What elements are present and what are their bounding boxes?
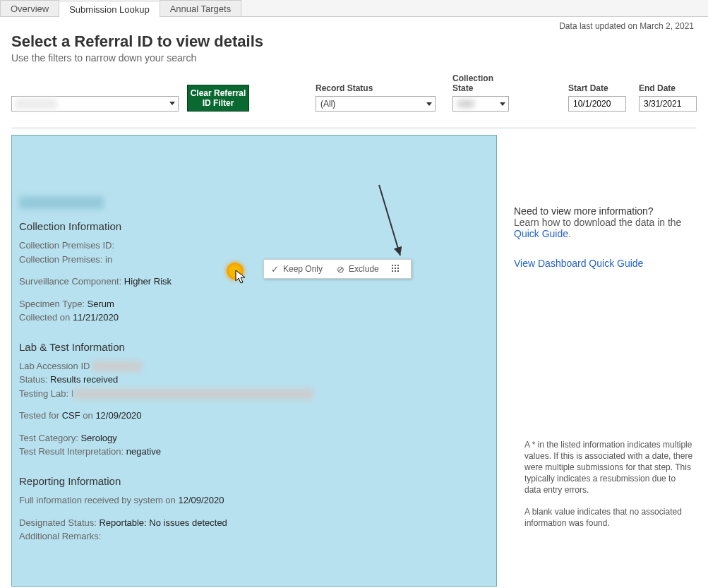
test-result-interpretation-value: negative [126,446,161,457]
referral-detail-card[interactable]: Collection Information Collection Premis… [11,135,497,587]
collection-premises-id-label: Collection Premises ID: [19,240,114,251]
footnote: A * in the listed information indicates … [524,439,694,539]
svg-rect-7 [395,270,396,272]
data-updated-text: Data last updated on March 2, 2021 [559,21,694,31]
data-grid-icon [392,265,400,273]
page-subtitle: Use the filters to narrow down your sear… [11,52,708,64]
check-icon: ✓ [271,264,279,275]
start-date-input[interactable] [568,96,626,112]
status-label: Status: [19,374,50,385]
end-date-filter: End Date [639,83,697,112]
lab-test-info-heading: Lab & Test Information [19,341,489,353]
designated-status-label: Designated Status: [19,517,99,528]
record-status-dropdown[interactable]: (All) [316,96,436,112]
full-info-received-value: 12/09/2020 [178,495,224,505]
chevron-down-icon [500,102,505,106]
collected-on-value: 11/21/2020 [73,312,119,323]
referral-id-dropdown[interactable] [11,96,179,112]
test-category-label: Test Category: [19,433,80,443]
prohibit-icon: ⊘ [337,264,344,275]
tested-for-label: Tested for [19,410,62,421]
need-more-info-title: Need to view more information? [514,205,694,217]
view-dashboard-quick-guide-link[interactable]: View Dashboard Quick Guide [514,258,643,269]
surveillance-component-label: Surveillance Component: [19,276,124,287]
svg-rect-4 [395,268,396,269]
svg-rect-2 [397,265,399,266]
quick-guide-link[interactable]: Quick Guide. [514,228,571,239]
reporting-info-heading: Reporting Information [19,475,489,487]
surveillance-component-value: Higher Risk [124,276,172,287]
collection-premises-label: Collection Premises: in [19,254,112,265]
svg-rect-1 [395,265,396,266]
side-panel: Need to view more information? Learn how… [497,135,697,587]
chevron-down-icon [169,102,175,105]
tested-on-value: 12/09/2020 [95,410,141,421]
specimen-type-label: Specimen Type: [19,299,88,309]
designated-status-value: Reportable: No issues detected [99,517,227,528]
additional-remarks-label: Additional Remarks: [19,531,101,541]
clear-referral-id-button[interactable]: Clear ReferralID Filter [187,85,249,112]
end-date-input[interactable] [639,96,697,112]
tab-overview[interactable]: Overview [0,0,59,16]
divider [11,127,697,129]
testing-lab-label: Testing Lab: I [19,388,73,399]
tooltip-action-bar: ✓ Keep Only ⊘ Exclude [263,259,412,279]
svg-rect-5 [397,268,399,269]
collection-info-heading: Collection Information [19,220,489,232]
start-date-label: Start Date [568,83,626,93]
record-status-filter: Record Status (All) [316,83,436,112]
status-value: Results received [50,374,118,385]
keep-only-button[interactable]: ✓ Keep Only [264,264,330,275]
test-result-interpretation-label: Test Result Interpretation: [19,446,126,457]
svg-rect-6 [392,270,393,272]
footnote-blank: A blank value indicates that no associat… [524,506,694,529]
tab-annual-targets[interactable]: Annual Targets [160,0,242,16]
lab-accession-id-label: Lab Accession ID [19,361,90,371]
svg-rect-0 [392,265,393,266]
tab-submission-lookup[interactable]: Submission Lookup [59,1,160,17]
chevron-down-icon [426,102,432,106]
page-title: Select a Referral ID to view details [11,32,708,51]
exclude-button[interactable]: ⊘ Exclude [330,264,386,275]
collection-state-filter: Collection State [452,73,509,112]
end-date-label: End Date [639,83,697,93]
collection-state-label: Collection State [452,73,509,93]
collected-on-label: Collected on [19,312,73,323]
specimen-type-value: Serum [88,299,114,309]
collection-state-dropdown[interactable] [452,96,509,112]
need-more-info-body: Learn how to download the data in the [514,217,681,228]
svg-rect-8 [397,270,399,272]
svg-rect-3 [392,268,393,269]
footnote-asterisk: A * in the listed information indicates … [524,439,694,496]
page-heading: Select a Referral ID to view details Use… [11,32,708,64]
test-category-value: Serology [80,433,116,443]
record-status-label: Record Status [316,83,436,93]
start-date-filter: Start Date [568,83,626,112]
tested-for-value: CSF [62,410,80,421]
full-info-received-label: Full information received by system on [19,495,178,505]
tab-bar: Overview Submission Lookup Annual Target… [0,0,708,17]
filter-row: Clear ReferralID Filter Record Status (A… [11,73,697,112]
view-data-button[interactable] [386,265,406,273]
